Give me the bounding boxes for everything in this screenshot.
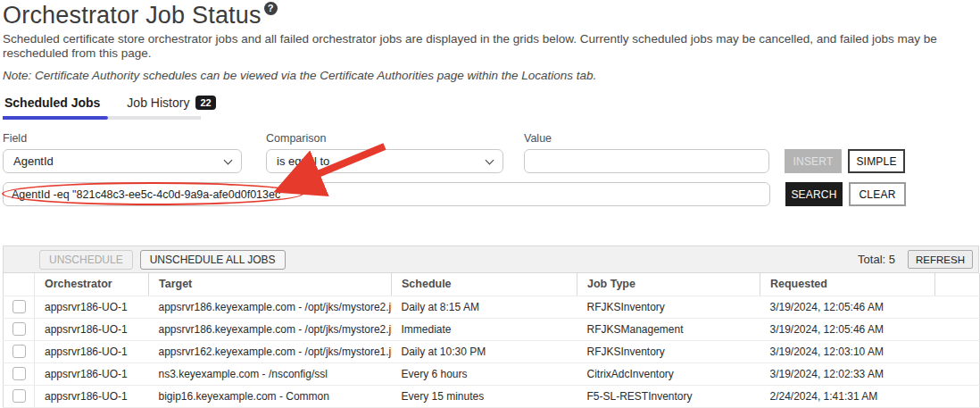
cell-orchestrator: appsrvr186-UO-1: [35, 385, 149, 407]
chevron-down-icon: [486, 155, 494, 164]
column-header-job-type[interactable]: Job Type: [577, 273, 760, 296]
table-row[interactable]: appsrvr186-UO-1 appsrvr186.keyexample.co…: [4, 318, 980, 340]
table-header-row: Orchestrator Target Schedule Job Type Re…: [4, 273, 980, 296]
cell-target: appsrvr186.keyexample.com - /opt/jks/mys…: [149, 296, 392, 318]
cell-end: [935, 340, 980, 362]
row-checkbox[interactable]: [12, 389, 26, 403]
cell-end: [935, 318, 980, 340]
value-label: Value: [524, 132, 769, 145]
row-checkbox-cell: [4, 296, 35, 318]
grid-toolbar: UNSCHEDULE UNSCHEDULE ALL JOBS Total: 5 …: [3, 246, 979, 273]
table-row[interactable]: appsrvr186-UO-1 ns3.keyexample.com - /ns…: [4, 362, 980, 385]
field-select-value: AgentId: [13, 154, 54, 168]
scheduled-jobs-grid: UNSCHEDULE UNSCHEDULE ALL JOBS Total: 5 …: [3, 246, 979, 408]
orchestrator-job-status-page: Orchestrator Job Status ? Scheduled cert…: [0, 0, 980, 408]
cell-schedule: Every 6 hours: [392, 362, 577, 385]
table-row[interactable]: appsrvr186-UO-1 appsrvr186.keyexample.co…: [4, 296, 980, 318]
cell-schedule: Daily at 10:30 PM: [392, 340, 577, 362]
cell-orchestrator: appsrvr186-UO-1: [35, 296, 149, 318]
column-header-target[interactable]: Target: [149, 273, 392, 296]
tab-underline-track: [108, 116, 201, 120]
row-checkbox[interactable]: [12, 367, 26, 380]
cell-job-type: RFJKSInventory: [577, 296, 760, 318]
cell-schedule: Immediate: [392, 318, 577, 340]
cell-requested: 3/19/2024, 12:02:33 AM: [760, 362, 935, 385]
cell-job-type: F5-SL-RESTInventory: [577, 385, 760, 407]
field-select[interactable]: AgentId: [3, 149, 242, 173]
cell-requested: 3/19/2024, 12:03:10 AM: [760, 340, 935, 362]
page-note: Note: Certificate Authority schedules ca…: [3, 69, 978, 82]
cell-job-type: CitrixAdcInventory: [577, 362, 760, 385]
cell-end: [935, 362, 980, 385]
row-checkbox-cell: [4, 385, 35, 407]
value-input[interactable]: [524, 149, 769, 173]
chevron-down-icon: [224, 155, 233, 164]
column-header-orchestrator[interactable]: Orchestrator: [35, 273, 149, 296]
tab-underline: [3, 116, 201, 120]
active-tab-indicator: [3, 116, 108, 120]
checkbox-column-header: [4, 273, 35, 296]
unschedule-button[interactable]: UNSCHEDULE: [39, 250, 133, 270]
cell-job-type: RFJKSManagement: [577, 318, 760, 340]
field-label: Field: [3, 132, 242, 145]
total-count: Total: 5: [858, 253, 895, 266]
cell-target: ns3.keyexample.com - /nsconfig/ssl: [149, 362, 392, 385]
cell-job-type: RFJKSInventory: [577, 340, 760, 362]
comparison-select[interactable]: is equal to: [266, 149, 503, 173]
row-checkbox-cell: [4, 340, 35, 362]
cell-schedule: Every 15 minutes: [392, 385, 577, 407]
comparison-label: Comparison: [266, 132, 503, 145]
column-header-end: [935, 273, 980, 296]
help-icon[interactable]: ?: [264, 2, 278, 15]
simple-button[interactable]: SIMPLE: [848, 149, 905, 173]
page-title: Orchestrator Job Status: [3, 2, 262, 29]
search-filter-panel: Field AgentId Comparison is equal to Val…: [3, 132, 978, 206]
refresh-button[interactable]: REFRESH: [908, 250, 973, 269]
cell-requested: 2/24/2024, 1:41:31 AM: [760, 385, 935, 407]
search-button[interactable]: SEARCH: [785, 182, 843, 206]
cell-target: bigip16.keyexample.com - Common: [149, 385, 392, 407]
column-header-schedule[interactable]: Schedule: [392, 273, 577, 296]
unschedule-all-jobs-button[interactable]: UNSCHEDULE ALL JOBS: [140, 250, 286, 270]
cell-target: appsrvr162.keyexample.com - /opt/jks/mys…: [149, 340, 392, 362]
title-row: Orchestrator Job Status ?: [3, 2, 978, 29]
column-header-requested[interactable]: Requested: [760, 273, 935, 296]
cell-requested: 3/19/2024, 12:05:46 AM: [760, 296, 935, 318]
table-row[interactable]: appsrvr186-UO-1 bigip16.keyexample.com -…: [4, 385, 980, 407]
cell-orchestrator: appsrvr186-UO-1: [35, 318, 149, 340]
insert-button[interactable]: INSERT: [785, 149, 842, 173]
cell-end: [935, 385, 980, 407]
cell-schedule: Daily at 8:15 AM: [392, 296, 577, 318]
tab-job-history[interactable]: Job History 22: [127, 96, 215, 116]
table-row[interactable]: appsrvr186-UO-1 appsrvr162.keyexample.co…: [4, 340, 980, 362]
query-input[interactable]: [3, 182, 770, 206]
page-description: Scheduled certificate store orchestrator…: [3, 32, 971, 61]
row-checkbox-cell: [4, 318, 35, 340]
row-checkbox[interactable]: [12, 345, 26, 358]
jobs-table: Orchestrator Target Schedule Job Type Re…: [3, 273, 980, 408]
total-value: 5: [889, 253, 895, 266]
tab-job-history-label: Job History: [127, 96, 189, 110]
job-history-count-badge: 22: [195, 96, 215, 110]
cell-end: [935, 296, 980, 318]
clear-button[interactable]: CLEAR: [849, 182, 906, 206]
row-checkbox[interactable]: [12, 300, 26, 313]
row-checkbox[interactable]: [12, 322, 26, 336]
cell-requested: 3/19/2024, 12:05:46 AM: [760, 318, 935, 340]
row-checkbox-cell: [4, 362, 35, 385]
tab-scheduled-jobs[interactable]: Scheduled Jobs: [4, 96, 100, 116]
cell-orchestrator: appsrvr186-UO-1: [35, 362, 149, 385]
cell-orchestrator: appsrvr186-UO-1: [35, 340, 149, 362]
comparison-select-value: is equal to: [277, 154, 329, 168]
cell-target: appsrvr186.keyexample.com - /opt/jks/mys…: [149, 318, 392, 340]
total-label: Total:: [858, 253, 885, 266]
tab-bar: Scheduled Jobs Job History 22: [3, 96, 978, 116]
query-row: SEARCH CLEAR: [3, 182, 978, 206]
tab-scheduled-jobs-label: Scheduled Jobs: [4, 96, 100, 110]
